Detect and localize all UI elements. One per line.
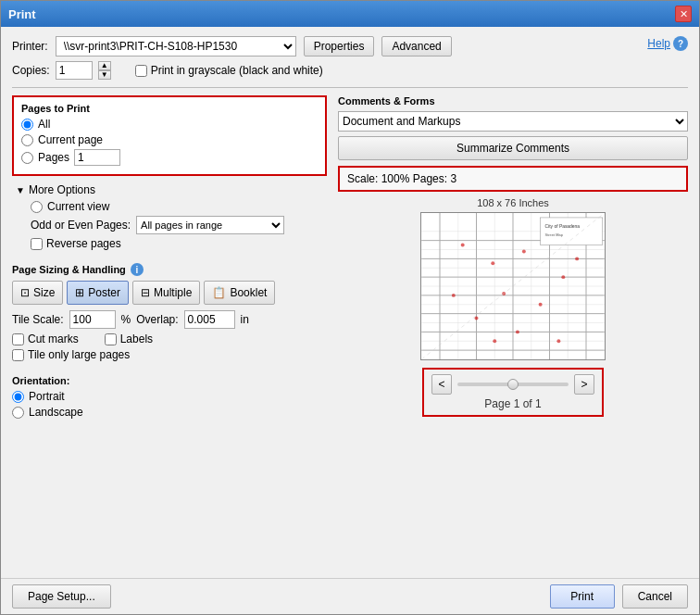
pages-radio-row: Pages xyxy=(21,149,318,166)
cut-marks-checkbox[interactable] xyxy=(12,333,24,345)
printer-select[interactable]: \\svr-print3\PRIT-CH-S108-HP1530 xyxy=(56,36,296,56)
close-button[interactable]: ✕ xyxy=(675,6,692,22)
pages-to-print-title: Pages to Print xyxy=(21,103,318,114)
size-button[interactable]: ⊡ Size xyxy=(12,281,63,305)
svg-point-32 xyxy=(452,294,456,297)
dialog-content: Printer: \\svr-print3\PRIT-CH-S108-HP153… xyxy=(1,27,699,578)
svg-point-26 xyxy=(522,250,526,254)
scale-text: Scale: 100% Pages: 3 xyxy=(347,172,456,185)
divider xyxy=(12,87,688,88)
help-link[interactable]: Help xyxy=(647,37,670,50)
percent-label: % xyxy=(121,313,131,326)
copies-down[interactable]: ▼ xyxy=(98,70,111,80)
poster-button[interactable]: ⊞ Poster xyxy=(67,281,129,305)
pages-radio[interactable] xyxy=(21,152,33,164)
odd-even-select[interactable]: All pages in range xyxy=(136,216,284,234)
portrait-label: Portrait xyxy=(29,390,65,403)
svg-text:City of Pasadena: City of Pasadena xyxy=(545,224,581,229)
sizing-title: Page Sizing & Handling i xyxy=(12,263,327,276)
copies-label: Copies: xyxy=(12,64,50,77)
reverse-pages-row: Reverse pages xyxy=(31,237,323,250)
preview-image: City of Pasadena Street Map xyxy=(420,212,606,360)
labels-label: Labels xyxy=(120,333,153,345)
tile-only-checkbox[interactable] xyxy=(12,349,24,361)
tile-scale-label: Tile Scale: xyxy=(12,313,64,326)
copies-up[interactable]: ▲ xyxy=(98,61,111,70)
right-panel: Comments & Forms Document and Markups Su… xyxy=(338,95,688,569)
more-options-header[interactable]: ▼ More Options xyxy=(16,183,323,196)
left-panel: Pages to Print All Current page Pages xyxy=(12,95,327,569)
poster-icon: ⊞ xyxy=(75,286,84,299)
reverse-pages-checkbox[interactable] xyxy=(31,238,43,250)
overlap-input[interactable] xyxy=(184,310,235,329)
comments-forms-title: Comments & Forms xyxy=(338,95,688,107)
current-page-radio-row: Current page xyxy=(21,133,318,146)
more-options-section: ▼ More Options Current view Odd or Even … xyxy=(12,182,327,254)
page-info: Page 1 of 1 xyxy=(484,397,541,410)
properties-button[interactable]: Properties xyxy=(304,36,375,56)
portrait-radio[interactable] xyxy=(12,391,24,403)
in-label: in xyxy=(241,313,249,326)
svg-point-33 xyxy=(516,330,519,333)
svg-point-34 xyxy=(556,339,560,343)
cancel-button[interactable]: Cancel xyxy=(622,584,688,609)
size-icon: ⊡ xyxy=(20,286,30,299)
orientation-title: Orientation: xyxy=(12,375,327,386)
current-page-radio[interactable] xyxy=(21,134,33,146)
portrait-row: Portrait xyxy=(12,390,327,403)
current-view-radio[interactable] xyxy=(31,201,43,213)
booklet-button[interactable]: 📋 Booklet xyxy=(204,281,275,305)
copies-input[interactable] xyxy=(56,61,93,80)
titlebar: Print ✕ xyxy=(1,1,699,27)
current-page-label: Current page xyxy=(38,133,103,146)
booklet-icon: 📋 xyxy=(212,286,226,299)
tile-only-row: Tile only large pages xyxy=(12,348,327,361)
scale-box: Scale: 100% Pages: 3 xyxy=(338,166,688,192)
window-title: Print xyxy=(8,7,36,21)
page-setup-button[interactable]: Page Setup... xyxy=(12,584,111,609)
info-icon: i xyxy=(131,263,144,276)
copies-spinner: ▲ ▼ xyxy=(98,61,111,80)
comments-forms-select[interactable]: Document and Markups xyxy=(338,111,688,132)
pages-label: Pages xyxy=(38,151,69,164)
help-icon[interactable]: ? xyxy=(673,36,688,51)
multiple-button[interactable]: ⊟ Multiple xyxy=(132,281,200,305)
tile-only-label: Tile only large pages xyxy=(28,348,130,361)
tile-scale-input[interactable] xyxy=(69,310,116,329)
grayscale-checkbox[interactable] xyxy=(135,65,147,77)
page-navigation: < > Page 1 of 1 xyxy=(422,368,604,417)
prev-page-button[interactable]: < xyxy=(431,374,452,395)
advanced-button[interactable]: Advanced xyxy=(381,36,451,56)
svg-point-27 xyxy=(561,275,565,279)
current-view-label: Current view xyxy=(47,200,109,213)
next-page-button[interactable]: > xyxy=(574,374,594,395)
pages-to-print-box: Pages to Print All Current page Pages xyxy=(12,95,327,176)
printer-label: Printer: xyxy=(12,40,48,53)
map-preview-svg: City of Pasadena Street Map xyxy=(421,213,605,359)
summarize-button[interactable]: Summarize Comments xyxy=(338,136,688,160)
cut-marks-row: Cut marks Labels xyxy=(12,333,327,345)
all-label: All xyxy=(38,118,50,131)
landscape-row: Landscape xyxy=(12,406,327,419)
grayscale-row: Print in grayscale (black and white) xyxy=(135,64,323,77)
landscape-label: Landscape xyxy=(29,406,83,419)
page-slider[interactable] xyxy=(457,383,569,386)
comments-forms-section: Comments & Forms Document and Markups Su… xyxy=(338,95,688,160)
odd-even-label: Odd or Even Pages: xyxy=(31,219,131,232)
overlap-label: Overlap: xyxy=(136,313,178,326)
orientation-section: Orientation: Portrait Landscape xyxy=(12,373,327,423)
all-radio[interactable] xyxy=(21,119,33,131)
grayscale-label: Print in grayscale (black and white) xyxy=(151,64,323,77)
bottom-right-buttons: Print Cancel xyxy=(550,584,688,609)
printer-row: Printer: \\svr-print3\PRIT-CH-S108-HP153… xyxy=(12,36,688,56)
sizing-section: Page Sizing & Handling i ⊡ Size ⊞ Poster xyxy=(12,259,327,368)
labels-checkbox[interactable] xyxy=(105,333,117,345)
pages-input[interactable] xyxy=(74,149,120,166)
bottom-bar: Page Setup... Print Cancel xyxy=(1,578,699,614)
current-view-row: Current view xyxy=(31,200,323,213)
sizing-buttons: ⊡ Size ⊞ Poster ⊟ Multiple 📋 xyxy=(12,281,327,305)
landscape-radio[interactable] xyxy=(12,407,24,419)
print-button[interactable]: Print xyxy=(550,584,615,609)
svg-point-24 xyxy=(461,244,465,247)
tile-scale-row: Tile Scale: % Overlap: in xyxy=(12,310,327,329)
